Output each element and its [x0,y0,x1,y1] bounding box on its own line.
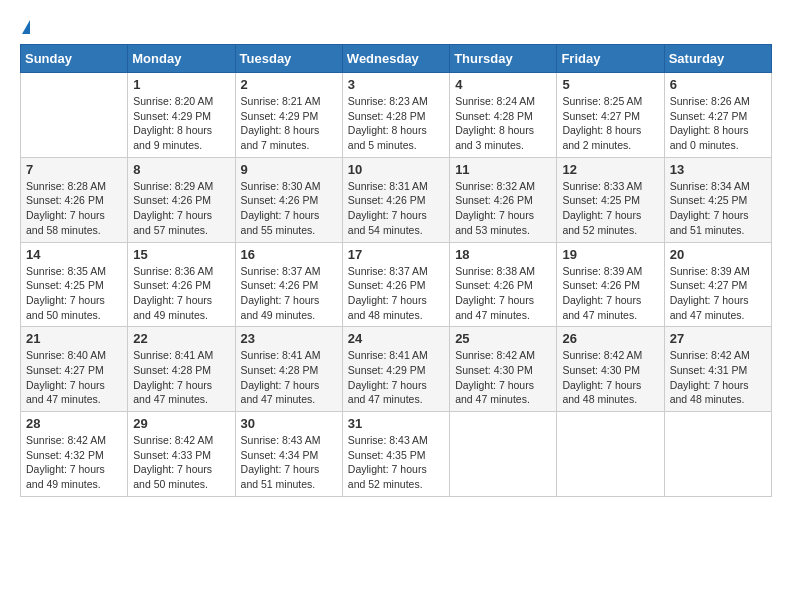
day-detail: Sunrise: 8:35 AMSunset: 4:25 PMDaylight:… [26,264,122,323]
day-detail: Sunrise: 8:23 AMSunset: 4:28 PMDaylight:… [348,94,444,153]
header-cell-wednesday: Wednesday [342,45,449,73]
calendar-cell: 12Sunrise: 8:33 AMSunset: 4:25 PMDayligh… [557,157,664,242]
day-detail: Sunrise: 8:39 AMSunset: 4:26 PMDaylight:… [562,264,658,323]
calendar-table: SundayMondayTuesdayWednesdayThursdayFrid… [20,44,772,497]
day-number: 27 [670,331,766,346]
day-number: 2 [241,77,337,92]
calendar-cell: 8Sunrise: 8:29 AMSunset: 4:26 PMDaylight… [128,157,235,242]
calendar-cell: 9Sunrise: 8:30 AMSunset: 4:26 PMDaylight… [235,157,342,242]
calendar-cell: 10Sunrise: 8:31 AMSunset: 4:26 PMDayligh… [342,157,449,242]
day-detail: Sunrise: 8:31 AMSunset: 4:26 PMDaylight:… [348,179,444,238]
day-number: 24 [348,331,444,346]
header-row: SundayMondayTuesdayWednesdayThursdayFrid… [21,45,772,73]
calendar-cell: 7Sunrise: 8:28 AMSunset: 4:26 PMDaylight… [21,157,128,242]
calendar-cell: 1Sunrise: 8:20 AMSunset: 4:29 PMDaylight… [128,73,235,158]
day-number: 15 [133,247,229,262]
logo [20,20,30,34]
header-cell-sunday: Sunday [21,45,128,73]
calendar-cell: 2Sunrise: 8:21 AMSunset: 4:29 PMDaylight… [235,73,342,158]
calendar-cell: 30Sunrise: 8:43 AMSunset: 4:34 PMDayligh… [235,412,342,497]
calendar-cell: 29Sunrise: 8:42 AMSunset: 4:33 PMDayligh… [128,412,235,497]
day-number: 6 [670,77,766,92]
day-detail: Sunrise: 8:25 AMSunset: 4:27 PMDaylight:… [562,94,658,153]
calendar-row: 21Sunrise: 8:40 AMSunset: 4:27 PMDayligh… [21,327,772,412]
calendar-cell: 13Sunrise: 8:34 AMSunset: 4:25 PMDayligh… [664,157,771,242]
calendar-row: 7Sunrise: 8:28 AMSunset: 4:26 PMDaylight… [21,157,772,242]
day-number: 16 [241,247,337,262]
day-number: 1 [133,77,229,92]
calendar-cell: 5Sunrise: 8:25 AMSunset: 4:27 PMDaylight… [557,73,664,158]
calendar-cell: 19Sunrise: 8:39 AMSunset: 4:26 PMDayligh… [557,242,664,327]
day-detail: Sunrise: 8:42 AMSunset: 4:31 PMDaylight:… [670,348,766,407]
calendar-row: 14Sunrise: 8:35 AMSunset: 4:25 PMDayligh… [21,242,772,327]
day-detail: Sunrise: 8:34 AMSunset: 4:25 PMDaylight:… [670,179,766,238]
header-cell-monday: Monday [128,45,235,73]
day-number: 20 [670,247,766,262]
header-cell-thursday: Thursday [450,45,557,73]
calendar-cell: 6Sunrise: 8:26 AMSunset: 4:27 PMDaylight… [664,73,771,158]
calendar-cell: 14Sunrise: 8:35 AMSunset: 4:25 PMDayligh… [21,242,128,327]
day-detail: Sunrise: 8:20 AMSunset: 4:29 PMDaylight:… [133,94,229,153]
calendar-cell: 22Sunrise: 8:41 AMSunset: 4:28 PMDayligh… [128,327,235,412]
day-number: 29 [133,416,229,431]
day-detail: Sunrise: 8:21 AMSunset: 4:29 PMDaylight:… [241,94,337,153]
calendar-header: SundayMondayTuesdayWednesdayThursdayFrid… [21,45,772,73]
calendar-cell: 16Sunrise: 8:37 AMSunset: 4:26 PMDayligh… [235,242,342,327]
day-number: 3 [348,77,444,92]
day-number: 22 [133,331,229,346]
day-number: 31 [348,416,444,431]
logo-triangle-icon [22,20,30,34]
calendar-cell: 21Sunrise: 8:40 AMSunset: 4:27 PMDayligh… [21,327,128,412]
calendar-row: 1Sunrise: 8:20 AMSunset: 4:29 PMDaylight… [21,73,772,158]
calendar-cell: 4Sunrise: 8:24 AMSunset: 4:28 PMDaylight… [450,73,557,158]
calendar-body: 1Sunrise: 8:20 AMSunset: 4:29 PMDaylight… [21,73,772,497]
calendar-cell [557,412,664,497]
day-number: 8 [133,162,229,177]
day-number: 23 [241,331,337,346]
calendar-cell: 31Sunrise: 8:43 AMSunset: 4:35 PMDayligh… [342,412,449,497]
calendar-cell: 20Sunrise: 8:39 AMSunset: 4:27 PMDayligh… [664,242,771,327]
day-detail: Sunrise: 8:41 AMSunset: 4:29 PMDaylight:… [348,348,444,407]
day-number: 4 [455,77,551,92]
day-number: 14 [26,247,122,262]
day-number: 9 [241,162,337,177]
day-number: 12 [562,162,658,177]
day-detail: Sunrise: 8:41 AMSunset: 4:28 PMDaylight:… [133,348,229,407]
calendar-cell: 17Sunrise: 8:37 AMSunset: 4:26 PMDayligh… [342,242,449,327]
day-detail: Sunrise: 8:42 AMSunset: 4:30 PMDaylight:… [562,348,658,407]
calendar-cell: 18Sunrise: 8:38 AMSunset: 4:26 PMDayligh… [450,242,557,327]
calendar-cell: 3Sunrise: 8:23 AMSunset: 4:28 PMDaylight… [342,73,449,158]
day-number: 26 [562,331,658,346]
day-number: 11 [455,162,551,177]
day-detail: Sunrise: 8:24 AMSunset: 4:28 PMDaylight:… [455,94,551,153]
day-detail: Sunrise: 8:37 AMSunset: 4:26 PMDaylight:… [241,264,337,323]
day-detail: Sunrise: 8:36 AMSunset: 4:26 PMDaylight:… [133,264,229,323]
calendar-cell: 23Sunrise: 8:41 AMSunset: 4:28 PMDayligh… [235,327,342,412]
header-cell-friday: Friday [557,45,664,73]
calendar-cell [664,412,771,497]
header-cell-saturday: Saturday [664,45,771,73]
page-header [20,20,772,34]
day-number: 13 [670,162,766,177]
day-number: 25 [455,331,551,346]
day-number: 18 [455,247,551,262]
day-detail: Sunrise: 8:39 AMSunset: 4:27 PMDaylight:… [670,264,766,323]
calendar-cell: 27Sunrise: 8:42 AMSunset: 4:31 PMDayligh… [664,327,771,412]
day-detail: Sunrise: 8:29 AMSunset: 4:26 PMDaylight:… [133,179,229,238]
day-detail: Sunrise: 8:30 AMSunset: 4:26 PMDaylight:… [241,179,337,238]
day-number: 17 [348,247,444,262]
calendar-cell [21,73,128,158]
day-detail: Sunrise: 8:41 AMSunset: 4:28 PMDaylight:… [241,348,337,407]
day-number: 10 [348,162,444,177]
day-detail: Sunrise: 8:40 AMSunset: 4:27 PMDaylight:… [26,348,122,407]
calendar-cell: 26Sunrise: 8:42 AMSunset: 4:30 PMDayligh… [557,327,664,412]
calendar-cell: 28Sunrise: 8:42 AMSunset: 4:32 PMDayligh… [21,412,128,497]
calendar-cell: 15Sunrise: 8:36 AMSunset: 4:26 PMDayligh… [128,242,235,327]
day-number: 5 [562,77,658,92]
day-number: 21 [26,331,122,346]
calendar-cell: 25Sunrise: 8:42 AMSunset: 4:30 PMDayligh… [450,327,557,412]
day-detail: Sunrise: 8:32 AMSunset: 4:26 PMDaylight:… [455,179,551,238]
calendar-cell [450,412,557,497]
day-number: 7 [26,162,122,177]
calendar-cell: 11Sunrise: 8:32 AMSunset: 4:26 PMDayligh… [450,157,557,242]
